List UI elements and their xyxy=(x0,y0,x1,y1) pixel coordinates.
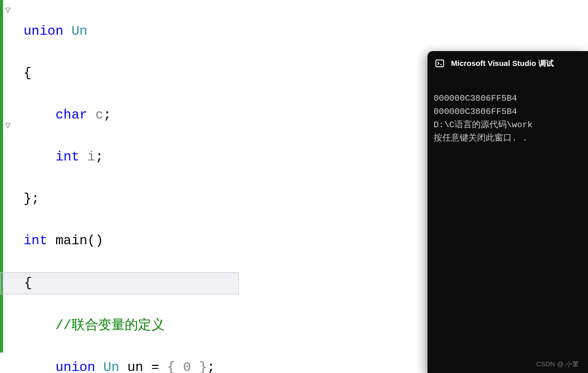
output-line: D:\C语言的源代码\work xyxy=(434,120,533,130)
comment: //联合变量的定义 xyxy=(55,318,164,333)
keyword-union: union xyxy=(24,24,63,39)
keyword-union: union xyxy=(55,360,95,373)
variable: i xyxy=(87,149,96,165)
keyword-int: int xyxy=(24,233,48,248)
keyword-int: int xyxy=(55,149,79,165)
console-titlebar[interactable]: Microsoft Visual Studio 调试 xyxy=(427,51,588,76)
output-line: 000000C3806FF5B4 xyxy=(434,94,517,103)
output-line: 按任意键关闭此窗口. . xyxy=(434,133,528,143)
brace: } xyxy=(24,191,32,206)
code-content[interactable]: union Un { char c; int i; }; int main() … xyxy=(3,0,239,373)
console-title: Microsoft Visual Studio 调试 xyxy=(451,59,554,68)
output-line: 000000C3806FF5B4 xyxy=(434,107,517,116)
watermark: CSDN @.小董 xyxy=(536,360,579,369)
svg-rect-0 xyxy=(436,60,444,66)
type-name: Un xyxy=(103,360,119,373)
console-output: 000000C3806FF5B4 000000C3806FF5B4 D:\C语言… xyxy=(427,76,588,161)
debug-console-window[interactable]: Microsoft Visual Studio 调试 000000C3806FF… xyxy=(427,51,588,373)
keyword-char: char xyxy=(55,107,87,123)
type-name: Un xyxy=(72,24,87,39)
function-name: main xyxy=(55,233,87,248)
terminal-icon xyxy=(435,58,445,68)
current-line-highlight: { xyxy=(0,272,239,294)
variable: un xyxy=(127,360,143,373)
brace: { xyxy=(24,65,32,81)
brace: { xyxy=(24,275,32,291)
variable: c xyxy=(95,107,103,123)
